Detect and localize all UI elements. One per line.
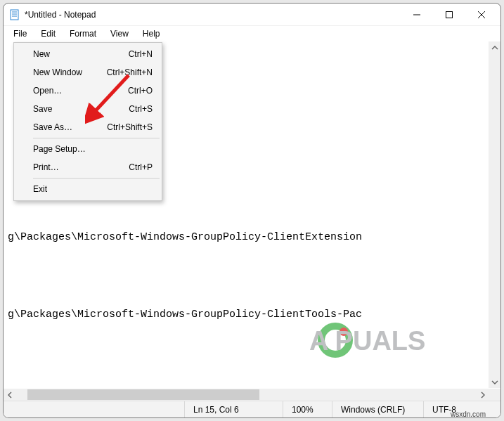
status-zoom: 100% [283, 401, 332, 417]
svg-rect-5 [446, 11, 453, 18]
scroll-up-icon[interactable] [489, 41, 500, 53]
scroll-thumb-horizontal[interactable] [27, 389, 259, 400]
menu-item-save-as[interactable]: Save As… Ctrl+Shift+S [16, 118, 160, 136]
notepad-app-icon [9, 9, 20, 20]
horizontal-scrollbar[interactable] [4, 389, 489, 401]
menu-view[interactable]: View [103, 27, 136, 40]
menu-separator [33, 178, 160, 179]
status-bar: Ln 15, Col 6 100% Windows (CRLF) UTF-8 [4, 401, 500, 417]
minimize-button[interactable] [401, 4, 433, 25]
menu-item-new-window[interactable]: New Window Ctrl+Shift+N [16, 63, 160, 82]
source-caption: wsxdn.com [451, 410, 486, 418]
close-button[interactable] [465, 4, 498, 25]
menu-item-new[interactable]: New Ctrl+N [16, 45, 160, 63]
file-menu-dropdown: New Ctrl+N New Window Ctrl+Shift+N Open…… [13, 42, 162, 201]
menu-bar: File Edit Format View Help [4, 26, 500, 41]
app-window: *Untitled - Notepad File Edit Format Vie… [3, 3, 501, 418]
status-position: Ln 15, Col 6 [184, 401, 283, 417]
menu-item-exit[interactable]: Exit [16, 180, 160, 198]
scroll-right-icon[interactable] [477, 389, 489, 401]
svg-rect-0 [11, 10, 18, 20]
menu-help[interactable]: Help [136, 27, 167, 40]
menu-item-save[interactable]: Save Ctrl+S [16, 100, 160, 118]
editor-line: g\Packages\Microsoft-Windows-GroupPolicy… [8, 307, 496, 323]
menu-edit[interactable]: Edit [34, 27, 63, 40]
title-bar: *Untitled - Notepad [4, 4, 500, 26]
menu-item-print[interactable]: Print… Ctrl+P [16, 158, 160, 176]
status-eol: Windows (CRLF) [332, 401, 423, 417]
menu-file[interactable]: File [6, 27, 34, 40]
menu-format[interactable]: Format [63, 27, 103, 40]
scroll-left-icon[interactable] [4, 389, 15, 401]
editor-line: g\Packages\Microsoft-Windows-GroupPolicy… [8, 230, 496, 245]
scrollbar-corner [489, 389, 500, 401]
menu-separator [33, 138, 160, 138]
menu-item-page-setup[interactable]: Page Setup… [16, 140, 160, 158]
scroll-down-icon[interactable] [489, 376, 500, 388]
vertical-scrollbar[interactable] [489, 41, 500, 388]
menu-item-open[interactable]: Open… Ctrl+O [16, 82, 160, 100]
maximize-button[interactable] [433, 4, 465, 25]
window-title: *Untitled - Notepad [25, 10, 96, 20]
